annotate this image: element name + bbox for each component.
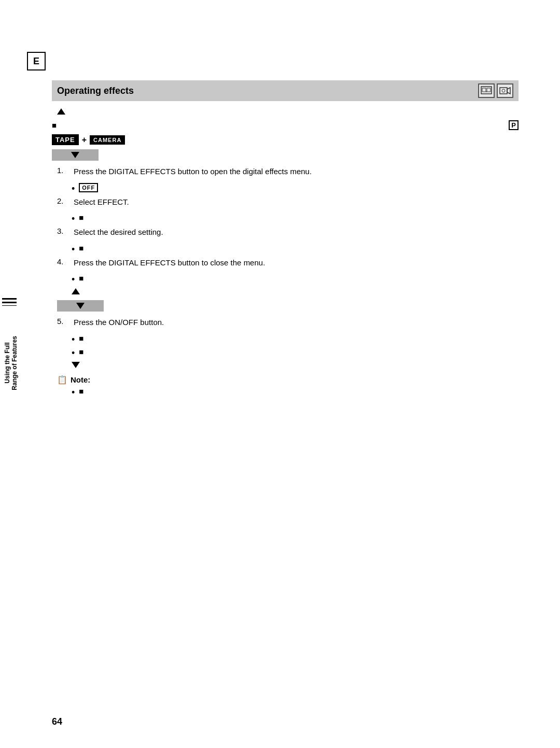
tri-up-step4: [72, 287, 519, 296]
p-badge: P: [509, 120, 519, 130]
step-1-num: 1.: [57, 166, 69, 175]
bullet-dot-3: •: [72, 245, 75, 254]
tape-badge: TAPE: [52, 134, 79, 145]
step-4-text: Press the DIGITAL EFFECTS button to clos…: [74, 257, 265, 269]
step-3-num: 3.: [57, 227, 69, 235]
bullet-dot-note: •: [72, 388, 75, 397]
sidebar-label-text: Using the Full Range of Features: [4, 336, 19, 390]
header-icons: [478, 83, 513, 98]
x-mark-4: ■: [79, 274, 83, 283]
steps-list-2: 5. Press the ON/OFF button. • ■ • ■: [57, 317, 519, 370]
bullet-dot-4: •: [72, 275, 75, 284]
step-5-text: Press the ON/OFF button.: [74, 317, 164, 329]
svg-rect-0: [481, 87, 492, 94]
x-mark-5b: ■: [79, 347, 83, 356]
tri-down-grey: [71, 152, 79, 158]
header-title: Operating effects: [57, 86, 134, 96]
bullet-dot-1: •: [72, 184, 75, 193]
svg-rect-2: [487, 88, 491, 92]
note-text: Note:: [71, 375, 90, 384]
step-3: 3. Select the desired setting.: [57, 227, 519, 238]
step-2-num: 2.: [57, 196, 69, 205]
bullet-dot-5b: •: [72, 348, 75, 358]
step-1-bullet: • OFF: [72, 183, 519, 193]
x-mark-5a: ■: [79, 334, 83, 343]
note-section: 📋 Note: • ■: [57, 375, 519, 397]
step-5-bullet-1: • ■: [72, 334, 519, 344]
tri-down-step5: [72, 361, 519, 370]
step-4: 4. Press the DIGITAL EFFECTS button to c…: [57, 257, 519, 269]
x-mark-note: ■: [79, 387, 83, 396]
tape-camera-row: TAPE + CAMERA: [52, 134, 519, 145]
grey-bar-top: [52, 149, 99, 161]
main-content: Operating effects: [52, 31, 519, 397]
plus-sign: +: [82, 135, 87, 145]
step-5: 5. Press the ON/OFF button.: [57, 317, 519, 329]
step-1: 1. Press the DIGITAL EFFECTS button to o…: [57, 166, 519, 178]
steps-list: 1. Press the DIGITAL EFFECTS button to o…: [57, 166, 519, 296]
e-label: E: [33, 56, 39, 67]
mode-line: ■ P: [52, 120, 519, 130]
step-4-num: 4.: [57, 257, 69, 266]
step-2-text: Select EFFECT.: [74, 196, 129, 208]
bullet-dot-5a: •: [72, 335, 75, 344]
note-icon: 📋: [57, 375, 67, 385]
tri-down-icon-step5: [72, 362, 80, 368]
note-bullet: • ■: [72, 387, 519, 397]
header-bar: Operating effects: [52, 80, 519, 101]
step-5-num: 5.: [57, 317, 69, 326]
svg-point-6: [502, 89, 505, 92]
tri-up-icon-2: [72, 288, 80, 294]
camera-header-icon: [497, 83, 513, 98]
x-mark-3: ■: [79, 244, 83, 252]
camera-badge: CAMERA: [90, 135, 125, 145]
svg-rect-1: [482, 88, 486, 92]
e-box: E: [27, 52, 46, 70]
step-4-bullet: • ■: [72, 274, 519, 284]
step-2: 2. Select EFFECT.: [57, 196, 519, 208]
sidebar-label: Using the Full Range of Features: [0, 306, 22, 420]
tri-up-icon: [57, 108, 65, 115]
page: E Using the Full Range of Features Opera…: [0, 0, 560, 748]
step-1-text: Press the DIGITAL EFFECTS button to open…: [74, 166, 312, 178]
page-number: 64: [52, 716, 62, 727]
step-2-bullet: • ■: [72, 213, 519, 223]
step-3-text: Select the desired setting.: [74, 227, 163, 238]
off-badge: OFF: [79, 183, 98, 192]
svg-rect-4: [500, 88, 507, 94]
x-mark-2: ■: [79, 213, 83, 222]
grey-bar-bottom: [57, 300, 104, 312]
note-label: 📋 Note:: [57, 375, 519, 385]
x-mark-mode: ■: [52, 121, 57, 130]
tri-up-row: [57, 107, 519, 116]
step-5-bullet-2: • ■: [72, 347, 519, 358]
bullet-dot-2: •: [72, 214, 75, 223]
tri-down-grey-2: [76, 303, 85, 309]
tape-header-icon: [478, 83, 495, 98]
step-3-bullet: • ■: [72, 244, 519, 254]
svg-marker-5: [507, 88, 510, 94]
